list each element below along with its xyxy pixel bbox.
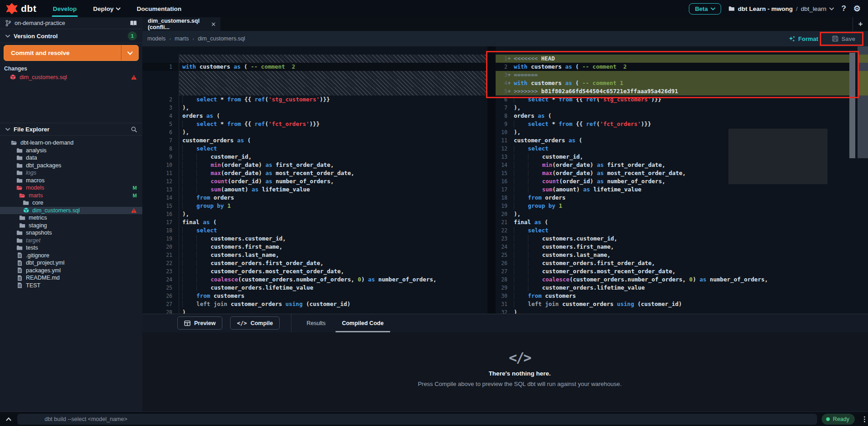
breadcrumb-item[interactable]: marts	[175, 35, 189, 42]
code-line-right-8[interactable]: 8 orders as (	[496, 112, 849, 120]
git-branch-selector[interactable]: on-demand-practice	[0, 17, 142, 29]
code-line-left-28[interactable]: 28)	[142, 308, 487, 314]
code-line-left-14[interactable]: 14 from orders	[142, 194, 487, 202]
file-tree-item-tests[interactable]: tests	[0, 244, 142, 252]
code-line-left-3[interactable]: 3),	[142, 104, 487, 112]
code-line-left-21[interactable]: 21 customers.last_name,	[142, 251, 487, 259]
nav-deploy[interactable]: Deploy	[85, 0, 129, 17]
code-line-left-4[interactable]: 4orders as (	[142, 112, 487, 120]
file-tree-item-dbt-packages[interactable]: dbt_packages	[0, 162, 142, 170]
tab-results[interactable]: Results	[298, 314, 334, 332]
file-tree-item-packages-yml[interactable]: packages.yml	[0, 267, 142, 275]
code-line-left-8[interactable]: 8 select	[142, 145, 487, 153]
code-line-right-32[interactable]: 32 )	[496, 308, 849, 314]
file-tree-item-analysis[interactable]: analysis	[0, 147, 142, 155]
code-line-left-19[interactable]: 19 customers.customer_id,	[142, 235, 487, 243]
file-explorer-header[interactable]: File Explorer	[0, 123, 142, 135]
nav-documentation[interactable]: Documentation	[129, 0, 190, 17]
command-input[interactable]	[17, 414, 817, 425]
tab-compiled-code[interactable]: Compiled Code	[334, 314, 392, 332]
code-line-left-11[interactable]: 11 max(order_date) as most_recent_order_…	[142, 169, 487, 177]
code-line-left-12[interactable]: 12 count(order_id) as number_of_orders,	[142, 177, 487, 185]
code-line-left-13[interactable]: 13 sum(amount) as lifetime_value	[142, 185, 487, 194]
nav-develop[interactable]: Develop	[45, 0, 85, 17]
code-line-left-16[interactable]: 16),	[142, 210, 487, 218]
code-line-left-10[interactable]: 10 min(order_date) as first_order_date,	[142, 161, 487, 169]
file-tree-item-dim-customers-sql[interactable]: dim_customers.sql	[0, 207, 142, 215]
code-line-right-31[interactable]: 31 left join customer_orders using (cust…	[496, 300, 849, 308]
changed-file-item[interactable]: dim_customers.sql	[0, 73, 142, 81]
file-tree-item-target[interactable]: target	[0, 237, 142, 245]
docs-book-icon[interactable]	[130, 20, 137, 26]
chevron-up-icon[interactable]	[0, 417, 17, 421]
file-tree-item-snapshots[interactable]: snapshots	[0, 229, 142, 237]
file-tree-item-data[interactable]: data	[0, 154, 142, 162]
diff-editor[interactable]: 1with customers as ( -- comment 22 selec…	[142, 46, 868, 314]
code-line-right-4[interactable]: 4+with customers as ( -- comment 1	[496, 79, 849, 87]
search-icon[interactable]	[131, 126, 137, 132]
code-line-right-19[interactable]: 19 group by 1	[496, 202, 849, 210]
code-line-left-9[interactable]: 9 customer_id,	[142, 153, 487, 161]
diff-pane-current[interactable]: 1with customers as ( -- comment 22 selec…	[142, 46, 487, 314]
file-tree-item-macros[interactable]: macros	[0, 177, 142, 185]
version-control-header[interactable]: Version Control 1	[0, 29, 142, 43]
code-line-left-15[interactable]: 15 group by 1	[142, 202, 487, 210]
code-line-right-7[interactable]: 7 ),	[496, 104, 849, 112]
file-tree-item-staging[interactable]: staging	[0, 222, 142, 230]
code-line-right-17[interactable]: 17 sum(amount) as lifetime_value	[496, 185, 849, 194]
file-tree-item-dbt-learn-on-demand[interactable]: dbt-learn-on-demand	[0, 139, 142, 147]
code-line-right-21[interactable]: 21 final as (	[496, 218, 849, 226]
code-line-right-23[interactable]: 23 customers.customer_id,	[496, 235, 849, 243]
tab-dim-customers[interactable]: dim_customers.sql (confli... ✕	[142, 17, 221, 31]
code-line-left-22[interactable]: 22 customer_orders.first_order_date,	[142, 259, 487, 267]
settings-gear-icon[interactable]: ⚙	[853, 4, 861, 14]
code-line-right-5[interactable]: 5+>>>>>>> b81f802a66fd544504c65721e3ffaa…	[496, 87, 849, 95]
code-line-left-18[interactable]: 18 select	[142, 226, 487, 235]
code-line-right-1[interactable]: 1+<<<<<<< HEAD	[496, 55, 849, 63]
commit-and-resolve-button[interactable]: Commit and resolve	[4, 45, 139, 61]
kebab-menu-icon[interactable]: ⋮	[861, 415, 868, 423]
code-line-right-9[interactable]: 9 select * from {{ ref('fct_orders')}}	[496, 120, 849, 128]
code-line-right-26[interactable]: 26 customer_orders.first_order_date,	[496, 259, 849, 267]
code-line-right-24[interactable]: 24 customers.first_name,	[496, 243, 849, 251]
code-line-left-5[interactable]: 5 select * from {{ ref('fct_orders')}}	[142, 120, 487, 128]
new-tab-button[interactable]: +	[853, 17, 868, 31]
file-tree-item-models[interactable]: modelsM	[0, 184, 142, 192]
code-line-left-17[interactable]: 17final as (	[142, 218, 487, 226]
code-line-left-23[interactable]: 23 customer_orders.most_recent_order_dat…	[142, 267, 487, 276]
code-line-right-3[interactable]: 3+=======	[496, 71, 849, 79]
file-tree-item-logs[interactable]: logs	[0, 169, 142, 177]
help-icon[interactable]: ?	[841, 4, 846, 13]
code-line-right-22[interactable]: 22 select	[496, 226, 849, 235]
breadcrumb-item[interactable]: dim_customers.sql	[198, 35, 245, 42]
code-line-right-25[interactable]: 25 customers.last_name,	[496, 251, 849, 259]
preview-button[interactable]: Preview	[177, 316, 222, 330]
editor-scrollbar[interactable]	[849, 53, 855, 158]
code-line-left-24[interactable]: 24 coalesce(customer_orders.number_of_or…	[142, 276, 487, 284]
file-tree-item-test[interactable]: TEST	[0, 282, 142, 290]
code-line-right-6[interactable]: 6 select * from {{ ref('stg_customers')}…	[496, 95, 849, 104]
close-icon[interactable]: ✕	[211, 21, 216, 28]
compile-button[interactable]: </> Compile	[230, 316, 280, 330]
code-line-right-2[interactable]: 2 with customers as ( -- comment 2	[496, 63, 849, 71]
code-line-right-20[interactable]: 20 ),	[496, 210, 849, 218]
code-line-left-20[interactable]: 20 customers.first_name,	[142, 243, 487, 251]
file-tree-item-metrics[interactable]: metrics	[0, 214, 142, 222]
file-tree-item--gitignore[interactable]: .gitignore	[0, 252, 142, 260]
dbt-logo[interactable]: dbt	[0, 3, 45, 15]
code-line-left-6[interactable]: 6),	[142, 128, 487, 136]
code-line-left-1[interactable]: 1with customers as ( -- comment 2	[142, 63, 487, 71]
code-line-right-30[interactable]: 30 from customers	[496, 292, 849, 300]
file-tree-item-core[interactable]: core	[0, 199, 142, 207]
code-line-right-28[interactable]: 28 coalesce(customer_orders.number_of_or…	[496, 276, 849, 284]
code-line-right-27[interactable]: 27 customer_orders.most_recent_order_dat…	[496, 267, 849, 276]
code-line-right-29[interactable]: 29 customer_orders.lifetime_value	[496, 284, 849, 292]
code-line-left-2[interactable]: 2 select * from {{ ref('stg_customers')}…	[142, 95, 487, 104]
project-selector[interactable]: dbt Learn - mwong / dbt_learn	[728, 5, 834, 12]
code-line-left-7[interactable]: 7customer_orders as (	[142, 136, 487, 145]
beta-dropdown[interactable]: Beta	[689, 3, 721, 15]
format-button[interactable]: Format	[788, 35, 818, 42]
code-line-left-27[interactable]: 27 left join customer_orders using (cust…	[142, 300, 487, 308]
file-tree-item-dbt-project-yml[interactable]: dbt_project.yml	[0, 259, 142, 267]
code-line-left-25[interactable]: 25 customer_orders.lifetime_value	[142, 284, 487, 292]
